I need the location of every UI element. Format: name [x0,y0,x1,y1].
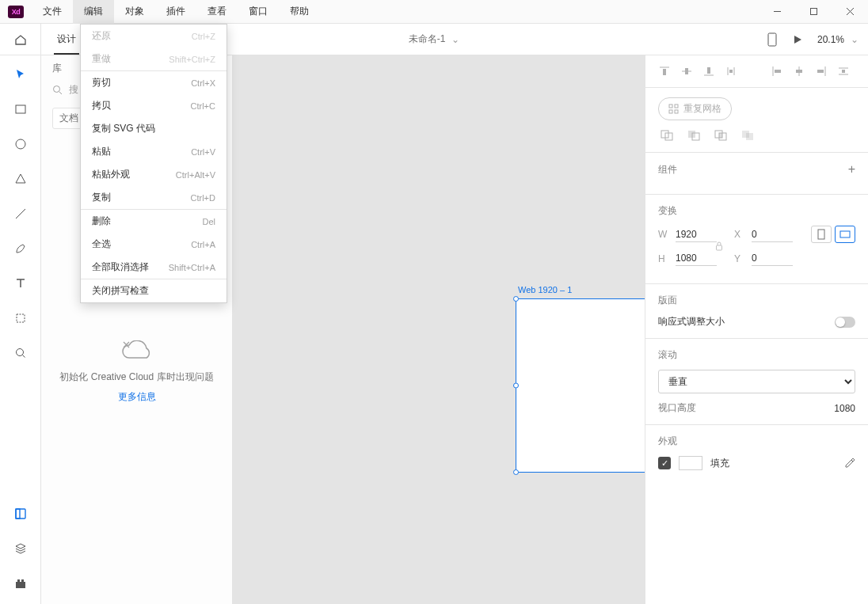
add-component-button[interactable]: + [848,162,855,177]
menu-file[interactable]: 文件 [32,0,73,24]
responsive-label: 响应式调整大小 [658,315,725,329]
dd-select-all[interactable]: 全选Ctrl+A [81,233,227,256]
document-title[interactable]: 未命名-1⌄ [409,32,460,46]
mobile-preview-button[interactable] [767,32,778,47]
text-tool[interactable] [13,275,29,291]
dd-paste-appearance[interactable]: 粘贴外观Ctrl+Alt+V [81,163,227,186]
align-left-button[interactable] [767,63,786,79]
menu-window[interactable]: 窗口 [238,0,279,24]
libraries-button[interactable] [13,506,29,522]
maximize-button[interactable] [795,0,832,24]
boolean-add-button[interactable] [658,128,676,142]
chevron-down-icon: ⌄ [851,34,858,45]
boolean-subtract-button[interactable] [685,128,702,142]
dd-deselect-all[interactable]: 全部取消选择Shift+Ctrl+A [81,256,227,279]
fill-label: 填充 [710,457,729,470]
boolean-intersect-button[interactable] [712,128,729,142]
dd-copy[interactable]: 拷贝Ctrl+C [81,94,227,117]
artboard[interactable] [516,299,645,472]
eyedropper-button[interactable] [844,458,855,469]
align-vcenter-button[interactable] [677,63,696,79]
repeat-grid-section: 重复网格 [645,88,868,153]
align-top-button[interactable] [655,63,674,79]
dd-undo[interactable]: 还原Ctrl+Z [81,25,227,47]
dd-copy-svg[interactable]: 复制 SVG 代码 [81,117,227,140]
height-input[interactable] [676,251,717,266]
cc-more-info-link[interactable]: 更多信息 [41,390,232,404]
artboard-tool[interactable] [13,310,29,326]
svg-point-5 [16,349,23,356]
zoom-tool[interactable] [13,345,29,361]
dd-spell-check[interactable]: 关闭拼写检查 [81,279,227,302]
svg-rect-7 [16,509,20,519]
landscape-button[interactable] [835,226,855,243]
layers-button[interactable] [13,541,29,557]
appearance-section: 外观 ✓ 填充 [645,425,868,480]
distribute-h-button[interactable] [834,63,853,79]
menu-plugins[interactable]: 插件 [155,0,196,24]
layout-section: 版面 响应式调整大小 [645,284,868,339]
home-button[interactable] [0,24,41,55]
svg-rect-14 [707,67,710,74]
play-button[interactable] [792,34,803,45]
align-right-button[interactable] [812,63,831,79]
svg-rect-4 [17,314,25,322]
x-input[interactable] [752,227,793,242]
menu-help[interactable]: 帮助 [279,0,320,24]
align-bottom-button[interactable] [699,63,718,79]
dd-cut[interactable]: 剪切Ctrl+X [81,71,227,94]
ellipse-tool[interactable] [13,136,29,152]
x-label: X [734,229,745,240]
resize-handle[interactable] [513,383,519,389]
close-button[interactable] [832,0,868,24]
resize-handle[interactable] [513,469,519,475]
y-input[interactable] [752,251,793,266]
search-icon [52,85,63,95]
portrait-button[interactable] [811,226,832,243]
rectangle-tool[interactable] [13,101,29,117]
lock-aspect-icon[interactable] [715,241,723,251]
menu-object[interactable]: 对象 [114,0,155,24]
home-icon [13,32,28,47]
align-hcenter-button[interactable] [790,63,809,79]
svg-rect-35 [717,245,722,250]
distribute-v-button[interactable] [721,63,740,79]
fill-swatch[interactable] [679,456,702,470]
menu-view[interactable]: 查看 [196,0,238,24]
dd-redo[interactable]: 重做Shift+Ctrl+Z [81,47,227,70]
resize-handle[interactable] [513,296,519,302]
polygon-tool[interactable] [13,171,29,187]
line-tool[interactable] [13,206,29,222]
svg-rect-8 [16,582,25,588]
edit-dropdown: 还原Ctrl+Z 重做Shift+Ctrl+Z 剪切Ctrl+X 拷贝Ctrl+… [80,24,227,303]
menu-edit[interactable]: 编辑 [73,0,114,24]
canvas[interactable]: Web 1920 – 1 [233,55,645,604]
repeat-grid-button[interactable]: 重复网格 [658,97,732,120]
select-tool[interactable] [13,66,29,82]
artboard-label[interactable]: Web 1920 – 1 [518,285,572,294]
responsive-toggle[interactable] [835,317,855,328]
fill-checkbox[interactable]: ✓ [658,457,671,469]
window-controls [759,0,868,24]
dd-duplicate[interactable]: 复制Ctrl+D [81,186,227,209]
cc-error-text: 初始化 Creative Cloud 库时出现问题 [41,370,232,384]
scroll-select[interactable]: 垂直 [658,370,855,393]
mobile-icon [767,32,778,47]
tab-design[interactable]: 设计 [54,24,79,55]
boolean-ops [658,128,855,142]
svg-rect-15 [729,70,733,73]
chevron-down-icon: ⌄ [451,34,459,45]
dd-paste[interactable]: 粘贴Ctrl+V [81,140,227,163]
svg-point-11 [54,86,60,93]
viewport-height-input[interactable] [808,403,855,414]
plugins-panel-button[interactable] [13,576,29,591]
components-section: 组件 + [645,153,868,195]
minimize-button[interactable] [759,0,795,24]
pen-tool[interactable] [13,241,29,256]
width-input[interactable] [676,227,717,242]
dd-delete[interactable]: 删除Del [81,210,227,233]
svg-rect-12 [663,69,666,75]
svg-rect-34 [840,231,850,237]
boolean-exclude-button[interactable] [739,128,756,142]
zoom-level[interactable]: 20.1% ⌄ [817,34,858,45]
